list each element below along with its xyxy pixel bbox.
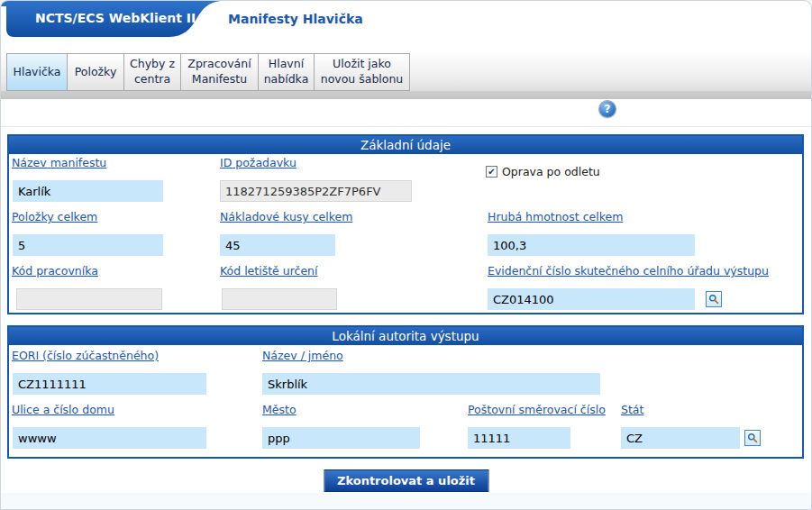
input-nakladove-kusy-celkem[interactable] xyxy=(220,234,335,256)
label-kod-pracovnika[interactable]: Kód pracovníka xyxy=(12,264,98,278)
app-window: NCTS/ECS WebKlient II Manifesty Hlavička… xyxy=(0,0,812,510)
input-ulice-cislo-domu[interactable] xyxy=(13,427,206,449)
label-eori[interactable]: EORI (číslo zúčastněného) xyxy=(12,349,159,362)
app-title: NCTS/ECS WebKlient II xyxy=(35,11,196,25)
tab-label: Uložit jako novou šablonu xyxy=(318,57,406,87)
label-stat[interactable]: Stát xyxy=(621,403,643,416)
input-hruba-hmotnost-celkem[interactable] xyxy=(488,234,695,256)
label-nazev-manifestu[interactable]: Název manifestu xyxy=(12,156,106,169)
page-title: Manifesty Hlavička xyxy=(228,12,363,26)
help-icon[interactable]: ? xyxy=(599,101,616,117)
section-lokalni-autorita-title: Lokální autorita výstupu xyxy=(9,327,802,345)
help-icon-glyph: ? xyxy=(605,103,611,115)
input-postovni-smerovaci-cislo[interactable] xyxy=(468,427,570,449)
input-id-pozadavku xyxy=(220,180,412,202)
tab-hlavni-nabidka[interactable]: Hlavní nabídka xyxy=(259,53,315,91)
section-lokalni-autorita-vystupu: Lokální autorita výstupu EORI (číslo zúč… xyxy=(7,325,804,459)
input-kod-pracovnika xyxy=(16,288,162,310)
input-polozky-celkem[interactable] xyxy=(13,234,163,256)
label-kod-letiste-urceni[interactable]: Kód letiště určení xyxy=(220,264,318,278)
tab-label: Hlavička xyxy=(14,65,61,80)
input-mesto[interactable] xyxy=(262,427,420,449)
tabbar-shadow-strip xyxy=(1,91,811,99)
input-kod-letiste-urceni xyxy=(222,288,337,310)
label-polozky-celkem[interactable]: Položky celkem xyxy=(12,210,97,223)
input-eori[interactable] xyxy=(13,373,206,395)
tab-chyby-z-centra[interactable]: Chyby z centra xyxy=(124,53,181,91)
oprava-po-odletu-checkbox[interactable] xyxy=(486,166,497,178)
input-nazev-manifestu[interactable] xyxy=(13,180,163,202)
oprava-po-odletu-label: Oprava po odletu xyxy=(502,165,600,178)
input-evidencni-cislo-uradu[interactable] xyxy=(488,288,695,310)
magnifier-icon xyxy=(708,294,719,305)
tab-label: Položky xyxy=(75,65,117,80)
tab-ulozit-jako-novou-sablonu[interactable]: Uložit jako novou šablonu xyxy=(315,53,410,91)
label-id-pozadavku[interactable]: ID požadavku xyxy=(220,156,297,169)
tab-polozky[interactable]: Položky xyxy=(68,53,124,91)
label-evidencni-cislo-uradu[interactable]: Evidenční číslo skutečného celního úřadu… xyxy=(488,264,769,278)
tab-hlavicka[interactable]: Hlavička xyxy=(6,53,68,91)
tabbar: Hlavička Položky Chyby z centra Zpracová… xyxy=(6,53,410,91)
lookup-evidencni-cislo-button[interactable] xyxy=(706,291,722,307)
tab-label: Chyby z centra xyxy=(128,57,177,87)
label-nazev-jmeno[interactable]: Název / jméno xyxy=(262,349,343,362)
input-stat[interactable] xyxy=(621,427,740,449)
label-postovni-smerovaci-cislo[interactable]: Poštovní směrovací číslo xyxy=(468,403,606,416)
input-nazev-jmeno[interactable] xyxy=(262,373,600,395)
submit-button[interactable]: Zkontrolovat a uložit xyxy=(324,469,488,492)
footer-band xyxy=(1,493,811,509)
section-zakladni-udaje-title: Základní údaje xyxy=(9,136,802,154)
label-hruba-hmotnost-celkem[interactable]: Hrubá hmotnost celkem xyxy=(488,210,623,223)
label-mesto[interactable]: Město xyxy=(262,403,297,416)
label-ulice-cislo-domu[interactable]: Ulice a číslo domu xyxy=(12,403,114,416)
section-zakladni-udaje: Základní údaje Název manifestu ID požada… xyxy=(7,134,804,314)
lookup-stat-button[interactable] xyxy=(744,430,761,446)
tab-zpracovani-manifestu[interactable]: Zpracování Manifestu xyxy=(181,53,259,91)
magnifier-icon xyxy=(747,433,758,443)
tab-label: Hlavní nabídka xyxy=(262,57,310,87)
label-nakladove-kusy-celkem[interactable]: Nákladové kusy celkem xyxy=(220,210,352,223)
tab-label: Zpracování Manifestu xyxy=(185,57,254,87)
oprava-po-odletu-field: Oprava po odletu xyxy=(486,165,600,178)
content-divider xyxy=(1,126,811,127)
